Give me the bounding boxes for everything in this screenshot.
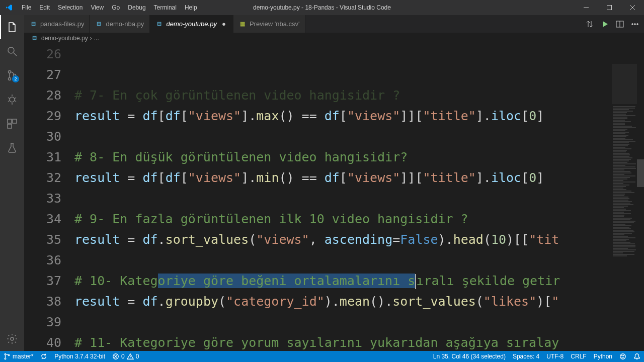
encoding[interactable]: UTF-8	[543, 351, 567, 362]
minimize-button[interactable]	[575, 0, 598, 15]
tab-dirty-icon[interactable]: ●	[220, 20, 228, 28]
code-line[interactable]	[74, 250, 644, 270]
tab-label: demo-youtube.py	[166, 20, 216, 28]
vertical-scrollbar[interactable]	[637, 44, 644, 351]
compare-icon[interactable]	[586, 20, 594, 28]
tab-preview-nba-csv[interactable]: ▦ Preview 'nba.csv'	[233, 15, 305, 33]
breadcrumb-file: demo-youtube.py	[41, 35, 88, 42]
indentation[interactable]: Spaces: 4	[509, 351, 543, 362]
menu-selection[interactable]: Selection	[54, 0, 87, 15]
tab-bar: ⊟ pandas-files.py ⊟ demo-nba.py ⊟ demo-y…	[24, 15, 644, 33]
search-icon[interactable]	[0, 39, 24, 63]
tab-pandas-files[interactable]: ⊟ pandas-files.py	[24, 15, 90, 33]
code-line[interactable]	[74, 188, 644, 209]
activity-bar: 2	[0, 15, 24, 351]
explorer-icon[interactable]	[0, 15, 24, 39]
menu-help[interactable]: Help	[181, 0, 201, 15]
svg-point-12	[634, 23, 636, 25]
code-line[interactable]: result = df[df["views"].max() == df["vie…	[74, 106, 644, 126]
line-gutter: 26272829303132333435363738394041	[24, 44, 74, 351]
menu-file[interactable]: File	[18, 0, 35, 15]
scm-badge: 2	[12, 75, 19, 82]
code-line[interactable]: # 10- Kategoriye göre beğeni ortalamalar…	[74, 270, 644, 291]
menu-bar: File Edit Selection View Go Debug Termin…	[18, 0, 201, 15]
tab-label: Preview 'nba.csv'	[250, 20, 300, 28]
svg-point-9	[11, 337, 14, 340]
maximize-button[interactable]	[598, 0, 621, 15]
extensions-icon[interactable]	[0, 112, 24, 136]
svg-point-19	[622, 355, 622, 356]
svg-point-1	[8, 47, 14, 53]
svg-rect-0	[607, 6, 612, 10]
svg-point-3	[9, 78, 11, 80]
tab-label: pandas-files.py	[40, 20, 84, 28]
git-branch[interactable]: master*	[0, 351, 37, 362]
settings-gear-icon[interactable]	[0, 327, 24, 351]
menu-terminal[interactable]: Terminal	[150, 0, 181, 15]
code-line[interactable]: result = df[df["views"].min() == df["vie…	[74, 167, 644, 188]
window-title: demo-youtube.py - 18-Pandas - Visual Stu…	[253, 4, 391, 11]
minimap[interactable]	[612, 44, 637, 351]
vscode-logo	[0, 4, 18, 12]
notifications-icon[interactable]	[630, 351, 644, 362]
window-controls	[575, 0, 644, 15]
git-sync[interactable]	[37, 351, 51, 362]
scrollbar-thumb[interactable]	[637, 159, 644, 187]
svg-rect-6	[8, 119, 12, 123]
code-line[interactable]	[74, 126, 644, 147]
problems[interactable]: 0 0	[109, 351, 142, 362]
menu-go[interactable]: Go	[108, 0, 124, 15]
python-file-icon: ⊟	[29, 20, 37, 28]
code-line[interactable]: result = df.sort_values("views", ascendi…	[74, 229, 644, 250]
source-control-icon[interactable]: 2	[0, 63, 24, 87]
status-bar: master* Python 3.7.4 32-bit 0 0 Ln 35, C…	[0, 351, 644, 362]
language-mode[interactable]: Python	[590, 351, 616, 362]
editor[interactable]: 26272829303132333435363738394041 # 7- En…	[24, 44, 644, 351]
svg-rect-7	[13, 119, 17, 123]
python-env[interactable]: Python 3.7.4 32-bit	[51, 351, 109, 362]
svg-rect-8	[8, 124, 12, 128]
menu-view[interactable]: View	[87, 0, 108, 15]
run-icon[interactable]	[601, 20, 609, 28]
feedback-icon[interactable]	[616, 351, 630, 362]
svg-point-11	[632, 23, 633, 25]
debug-icon[interactable]	[0, 87, 24, 112]
eol[interactable]: CRLF	[567, 351, 590, 362]
tab-label: demo-nba.py	[106, 20, 144, 28]
title-bar: File Edit Selection View Go Debug Termin…	[0, 0, 644, 15]
tab-demo-nba[interactable]: ⊟ demo-nba.py	[90, 15, 150, 33]
breadcrumb-more: ...	[94, 35, 99, 42]
python-file-icon: ⊟	[32, 35, 39, 42]
csv-file-icon: ▦	[238, 20, 247, 28]
python-file-icon: ⊟	[155, 20, 163, 28]
tab-demo-youtube[interactable]: ⊟ demo-youtube.py ●	[150, 15, 233, 33]
svg-point-13	[637, 23, 638, 25]
code-content[interactable]: # 7- En çok görüntülenen video hangisidi…	[74, 44, 644, 351]
close-button[interactable]	[621, 0, 644, 15]
menu-edit[interactable]: Edit	[35, 0, 54, 15]
cursor-position[interactable]: Ln 35, Col 46 (34 selected)	[430, 351, 509, 362]
minimap-slider[interactable]	[612, 64, 637, 104]
svg-point-5	[10, 97, 15, 102]
tab-actions	[581, 15, 644, 33]
svg-point-14	[5, 353, 6, 355]
python-file-icon: ⊟	[95, 20, 103, 28]
code-line[interactable]: result = df.groupby("category_id").mean(…	[74, 291, 644, 312]
chevron-right-icon: ›	[90, 35, 92, 42]
more-icon[interactable]	[631, 20, 639, 28]
svg-point-18	[620, 354, 626, 359]
svg-point-15	[5, 358, 6, 359]
split-editor-icon[interactable]	[616, 20, 624, 28]
menu-debug[interactable]: Debug	[124, 0, 149, 15]
code-line[interactable]: # 11- Kategoriye göre yorum sayılarını y…	[74, 332, 644, 351]
code-line[interactable]: # 9- En fazla görüntülenen ilk 10 video …	[74, 209, 644, 229]
code-line[interactable]: # 7- En çok görüntülenen video hangisidi…	[74, 85, 644, 106]
svg-point-20	[623, 355, 624, 356]
code-line[interactable]	[74, 312, 644, 332]
beaker-icon[interactable]	[0, 136, 24, 160]
breadcrumb[interactable]: ⊟ demo-youtube.py › ...	[24, 33, 644, 44]
code-line[interactable]: # 8- En düşük görüntülenen video hangisi…	[74, 147, 644, 167]
svg-point-2	[9, 71, 11, 73]
